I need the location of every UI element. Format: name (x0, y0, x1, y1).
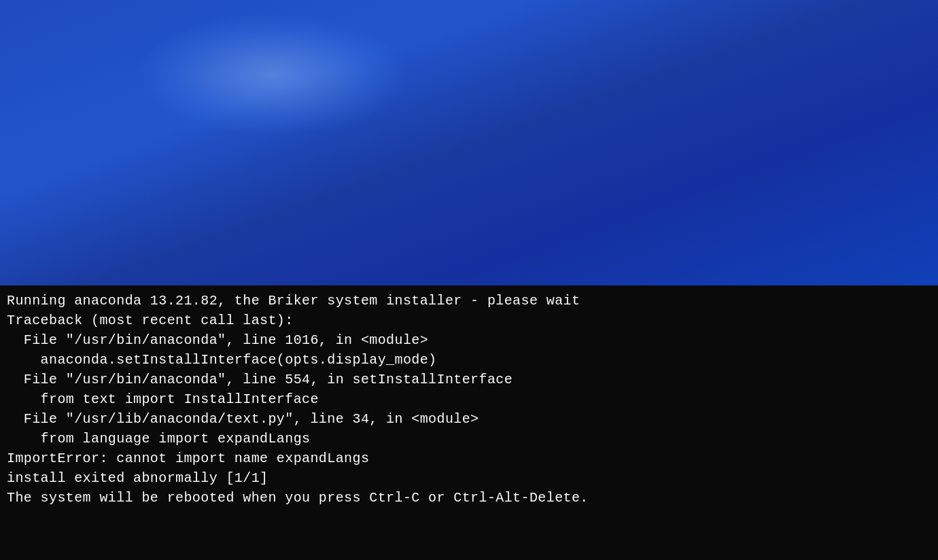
blue-background (0, 0, 938, 285)
terminal-line: Running anaconda 13.21.82, the Briker sy… (7, 291, 931, 311)
terminal-line: The system will be rebooted when you pre… (7, 488, 931, 508)
screen: Running anaconda 13.21.82, the Briker sy… (0, 0, 938, 560)
terminal-line: anaconda.setInstallInterface(opts.displa… (7, 350, 931, 370)
terminal-line: File "/usr/lib/anaconda/text.py", line 3… (7, 409, 931, 429)
terminal-line: from text import InstallInterface (7, 389, 931, 409)
terminal-line: from language import expandLangs (7, 429, 931, 449)
terminal-line: ImportError: cannot import name expandLa… (7, 449, 931, 468)
terminal-line: File "/usr/bin/anaconda", line 1016, in … (7, 330, 931, 350)
blue-glow-effect (136, 14, 408, 136)
terminal-section: Running anaconda 13.21.82, the Briker sy… (0, 285, 938, 560)
terminal-line: install exited abnormally [1/1] (7, 468, 931, 488)
terminal-line: File "/usr/bin/anaconda", line 554, in s… (7, 370, 931, 389)
terminal-line: Traceback (most recent call last): (7, 311, 931, 330)
